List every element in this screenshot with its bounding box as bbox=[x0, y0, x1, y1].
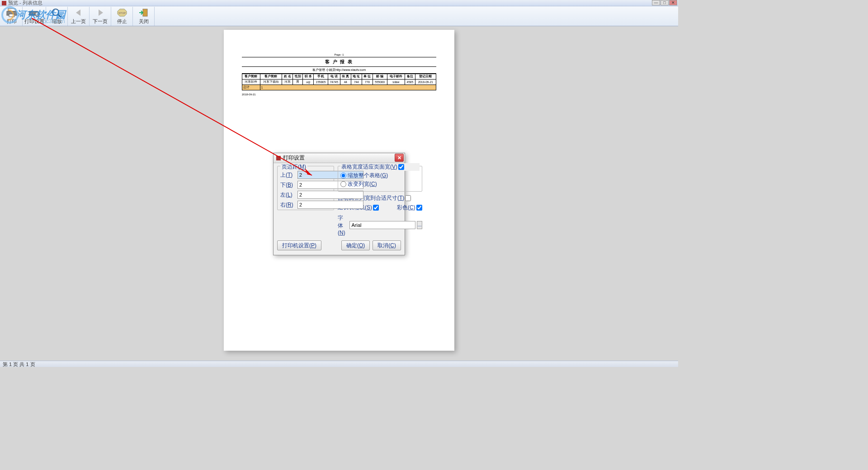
extend-lines-checkbox[interactable] bbox=[373, 205, 379, 211]
table-header: 客户简称 bbox=[242, 74, 260, 80]
fit-page-checkbox[interactable] bbox=[398, 164, 404, 170]
margins-legend: 页边距(M) bbox=[280, 163, 307, 171]
watermark-url: pc359.cn bbox=[43, 18, 65, 24]
margin-right-input[interactable] bbox=[297, 201, 363, 209]
fit-page-label: 表格宽度适应页面宽(V) bbox=[341, 163, 397, 171]
font-input[interactable] bbox=[349, 221, 415, 229]
margin-left-label: 左(L) bbox=[280, 191, 296, 199]
margins-fieldset: 页边距(M) 上(T) 下(B) 左(L) 右(R) bbox=[277, 166, 334, 210]
table-header: 电 话 bbox=[328, 74, 340, 80]
report-title: 客 户 报 表 bbox=[242, 57, 436, 65]
print-button[interactable]: 打印 bbox=[1, 7, 23, 26]
color-checkbox[interactable] bbox=[416, 205, 422, 211]
svg-rect-10 bbox=[143, 9, 147, 16]
window-title: 预览 - 列表信息 bbox=[8, 0, 42, 6]
stop-icon: STOP bbox=[116, 8, 128, 18]
svg-text:STOP: STOP bbox=[118, 12, 125, 14]
scale-all-radio[interactable] bbox=[340, 173, 346, 179]
table-header: 备注 bbox=[405, 74, 415, 80]
dialog-close-button[interactable]: ✕ bbox=[395, 154, 404, 162]
cancel-button[interactable]: 取消(C) bbox=[373, 240, 401, 250]
table-header: 客户简称 bbox=[260, 74, 282, 80]
table-width-fieldset: 表格宽度适应页面宽(V) 缩放整个表格(G) 改变列宽(C) bbox=[338, 166, 422, 192]
margin-right-label: 右(R) bbox=[280, 201, 296, 209]
stop-button[interactable]: STOP 停止 bbox=[111, 7, 133, 26]
next-page-button[interactable]: 下一页 bbox=[90, 7, 111, 26]
maximize-button[interactable]: □ bbox=[660, 0, 669, 5]
color-label: 彩色(C) bbox=[397, 204, 415, 211]
auto-adjust-checkbox[interactable] bbox=[405, 195, 411, 201]
title-bar: 预览 - 列表信息 — □ ✕ bbox=[0, 0, 678, 6]
gear-printer-icon bbox=[28, 8, 41, 18]
table-header: 电子邮件 bbox=[387, 74, 405, 80]
table-header: 传 真 bbox=[340, 74, 351, 80]
minimize-button[interactable]: — bbox=[652, 0, 660, 5]
dialog-title: 打印设置 bbox=[283, 154, 305, 162]
dialog-icon bbox=[276, 156, 281, 160]
table-row: 河东软件河东下载站河东男uqi1558657474544744778555000… bbox=[242, 80, 436, 85]
font-browse-button[interactable]: ... bbox=[417, 221, 422, 229]
window-controls: — □ ✕ bbox=[651, 0, 677, 5]
change-col-radio[interactable] bbox=[340, 181, 346, 187]
margin-left-input[interactable] bbox=[297, 191, 363, 199]
table-header: 单 位 bbox=[362, 74, 373, 80]
svg-point-6 bbox=[52, 9, 59, 15]
table-header: 职 务 bbox=[303, 74, 314, 80]
report-subtitle: 客户管理 小精灵http://www.xiaotv.com bbox=[242, 66, 436, 74]
ok-button[interactable]: 确定(O) bbox=[341, 240, 370, 250]
margin-top-label: 上(T) bbox=[280, 171, 296, 179]
close-button[interactable]: 关闭 bbox=[133, 7, 155, 26]
prev-page-button[interactable]: 上一页 bbox=[68, 7, 90, 26]
door-icon bbox=[137, 8, 150, 18]
report-table: 客户简称客户简称姓 名性别职 务手 机电 话传 真地 址单 位邮 编电子邮件备注… bbox=[242, 74, 436, 90]
print-settings-dialog: 打印设置 ✕ 页边距(M) 上(T) 下(B) 左(L) 右(R) bbox=[273, 153, 405, 255]
app-icon bbox=[2, 1, 6, 5]
svg-rect-2 bbox=[9, 14, 14, 17]
table-header: 地 址 bbox=[351, 74, 362, 80]
page-number: Page -1 bbox=[242, 53, 436, 56]
magnifier-icon bbox=[51, 8, 63, 18]
dialog-titlebar[interactable]: 打印设置 ✕ bbox=[274, 153, 405, 163]
table-header: 手 机 bbox=[314, 74, 328, 80]
toolbar: 打印 打印设置 缩放 上一页 下一页 STOP 停止 关闭 bbox=[0, 6, 678, 26]
close-window-button[interactable]: ✕ bbox=[669, 0, 677, 5]
table-header: 登记日期 bbox=[415, 74, 436, 80]
scale-all-label: 缩放整个表格(G) bbox=[348, 172, 388, 179]
arrow-left-icon bbox=[72, 8, 85, 18]
svg-rect-0 bbox=[8, 9, 15, 11]
status-bar: 第 1 页 共 1 页 bbox=[0, 361, 678, 367]
table-header: 姓 名 bbox=[282, 74, 293, 80]
svg-point-5 bbox=[36, 13, 38, 15]
printer-icon bbox=[5, 8, 18, 18]
summary-row: 总计1 bbox=[242, 85, 436, 90]
arrow-right-icon bbox=[94, 8, 107, 18]
table-header: 邮 编 bbox=[373, 74, 387, 80]
printer-setup-button[interactable]: 打印机设置(P) bbox=[277, 240, 321, 250]
app-window: 预览 - 列表信息 — □ ✕ 打印 打印设置 缩放 上一页 下一页 STOP bbox=[0, 0, 678, 367]
change-col-label: 改变列宽(C) bbox=[348, 180, 377, 188]
table-header: 性别 bbox=[293, 74, 303, 80]
report-date: 2018-09-21 bbox=[242, 93, 436, 96]
dialog-body: 页边距(M) 上(T) 下(B) 左(L) 右(R) bbox=[274, 163, 405, 255]
font-label: 字体(N) bbox=[338, 214, 348, 236]
svg-line-7 bbox=[58, 14, 61, 17]
margin-bottom-label: 下(B) bbox=[280, 181, 296, 189]
